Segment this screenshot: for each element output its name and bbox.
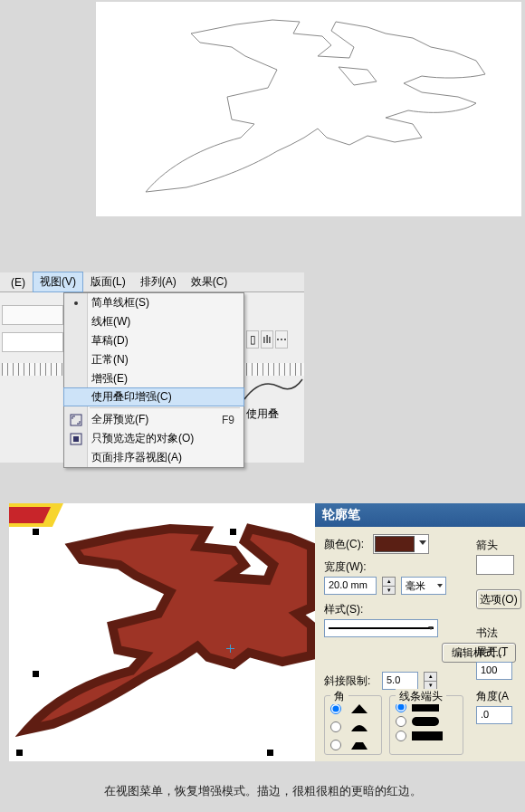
- selection-handle[interactable]: [33, 529, 39, 535]
- square-cap-icon: [412, 731, 443, 740]
- red-stroke-shape: [9, 503, 315, 761]
- stretch-label: 展开(T: [476, 645, 521, 660]
- menu-page-sorter[interactable]: 页面排序器视图(A): [64, 448, 243, 467]
- view-dropdown: 简单线框(S) 线框(W) 草稿(D) 正常(N) 增强(E) 使用叠印增强(C…: [63, 292, 244, 468]
- stroked-artwork: [9, 503, 315, 761]
- color-label: 颜色(C):: [324, 537, 368, 552]
- corner-legend: 角: [330, 689, 348, 704]
- menu-shortcut: F9: [222, 414, 234, 426]
- selection-handle[interactable]: [16, 750, 23, 756]
- menu-overprint-enhanced[interactable]: 使用叠印增强(C): [63, 387, 244, 406]
- miter-corner-icon: [347, 702, 372, 716]
- menubar: (E) 视图(V) 版面(L) 排列(A) 效果(C): [0, 272, 304, 292]
- linecap-legend: 线条端头: [396, 689, 446, 704]
- menu-item-label: 线框(W): [91, 314, 130, 330]
- corner-round-option[interactable]: [330, 720, 376, 734]
- menu-wireframe[interactable]: 线框(W): [64, 312, 243, 331]
- bullet-icon: [69, 296, 83, 310]
- menu-item-label: 使用叠印增强(C): [91, 389, 172, 405]
- width-label: 宽度(W):: [324, 559, 368, 575]
- arrow-label: 箭头: [476, 538, 521, 553]
- selection-handle[interactable]: [230, 529, 236, 535]
- selection-handle[interactable]: [267, 750, 273, 756]
- corner-bevel-option[interactable]: [330, 738, 376, 752]
- selection-handle[interactable]: [33, 671, 39, 677]
- corner-fieldset: 角: [324, 695, 382, 755]
- miter-label: 斜接限制:: [324, 673, 377, 689]
- chart-icon[interactable]: ▯: [246, 330, 259, 349]
- miter-spinner[interactable]: ▴▾: [424, 672, 437, 690]
- svg-rect-2: [73, 436, 79, 442]
- toolbar-icons: ▯ ılı ⋯: [246, 330, 288, 349]
- corner-radio[interactable]: [330, 740, 341, 750]
- menu-item-label: 只预览选定的对象(O): [91, 431, 194, 446]
- style-label: 样式(S):: [324, 602, 368, 617]
- cap-radio[interactable]: [396, 731, 406, 741]
- pivot-marker[interactable]: [226, 645, 234, 653]
- menu-item-label: 全屏预览(F): [91, 412, 148, 427]
- cap-round-option[interactable]: [396, 716, 457, 727]
- width-unit-select[interactable]: 毫米: [401, 577, 446, 595]
- fullscreen-icon: [69, 413, 83, 427]
- menu-item-label: 简单线框(S): [91, 295, 149, 310]
- bg-overprint-label: 使用叠: [246, 406, 279, 422]
- menu-fullscreen-preview[interactable]: 全屏预览(F) F9: [64, 410, 243, 429]
- menu-separator: [90, 407, 240, 408]
- outline-pen-dialog: 轮廓笔 颜色(C): 宽度(W): 20.0 mm ▴▾ 毫米 样式(S):: [315, 503, 525, 761]
- more-icon[interactable]: ⋯: [275, 330, 288, 349]
- menu-section: ▯ ılı ⋯ 使用叠 (E) 视图(V) 版面(L) 排列(A) 效果(C) …: [0, 272, 304, 463]
- stretch-input[interactable]: 100: [476, 662, 512, 680]
- menu-item-label: 草稿(D): [91, 333, 129, 349]
- menu-simple-wireframe[interactable]: 简单线框(S): [64, 293, 243, 312]
- menu-item-label: 正常(N): [91, 352, 129, 368]
- cap-radio[interactable]: [396, 716, 406, 727]
- width-spinner[interactable]: ▴▾: [382, 577, 396, 595]
- bevel-corner-icon: [347, 738, 372, 752]
- preview-selected-icon: [69, 432, 83, 446]
- options-button[interactable]: 选项(O): [476, 589, 521, 609]
- round-cap-icon: [412, 717, 439, 726]
- menu-view[interactable]: 视图(V): [33, 272, 83, 292]
- toolbar-field-1: [2, 305, 63, 325]
- outline-canvas: [96, 2, 521, 216]
- menu-item-label: 页面排序器视图(A): [91, 450, 182, 465]
- menu-item-label: 增强(E): [91, 371, 128, 387]
- color-picker[interactable]: [373, 534, 429, 554]
- angle-label: 角度(A: [476, 689, 521, 704]
- corner-radio[interactable]: [330, 721, 341, 732]
- corner-radio[interactable]: [330, 703, 341, 714]
- dialog-title: 轮廓笔: [315, 503, 525, 527]
- curve-preview: [243, 376, 304, 403]
- toolbar-field-2: [2, 332, 63, 352]
- menu-effects[interactable]: 效果(C): [184, 272, 235, 292]
- bars-icon[interactable]: ılı: [261, 330, 273, 349]
- style-select[interactable]: [324, 619, 438, 637]
- cap-square-option[interactable]: [396, 731, 457, 741]
- menu-draft[interactable]: 草稿(D): [64, 331, 243, 350]
- outline-pen-section: 轮廓笔 颜色(C): 宽度(W): 20.0 mm ▴▾ 毫米 样式(S):: [9, 503, 525, 761]
- dialog-right-column: 箭头 选项(O) 书法 展开(T 100 角度(A .0: [472, 530, 525, 728]
- width-input[interactable]: 20.0 mm: [324, 577, 377, 595]
- menu-edit[interactable]: (E): [4, 273, 33, 291]
- calligraphy-label: 书法: [476, 626, 521, 641]
- svg-rect-0: [71, 415, 81, 425]
- angle-input[interactable]: .0: [476, 706, 512, 724]
- menu-preview-selected[interactable]: 只预览选定的对象(O): [64, 429, 243, 448]
- round-corner-icon: [347, 720, 372, 734]
- menu-enhanced[interactable]: 增强(E): [64, 369, 243, 388]
- color-swatch: [375, 536, 415, 552]
- miter-input[interactable]: 5.0: [382, 672, 418, 690]
- arrow-start-select[interactable]: [476, 555, 514, 575]
- menu-normal[interactable]: 正常(N): [64, 350, 243, 369]
- menu-arrange[interactable]: 排列(A): [133, 272, 184, 292]
- menu-layout[interactable]: 版面(L): [83, 272, 133, 292]
- caption-text: 在视图菜单，恢复增强模式。描边，很粗很粗的更暗的红边。: [0, 783, 525, 812]
- linecap-fieldset: 线条端头: [389, 695, 463, 755]
- outline-artwork: [96, 2, 521, 216]
